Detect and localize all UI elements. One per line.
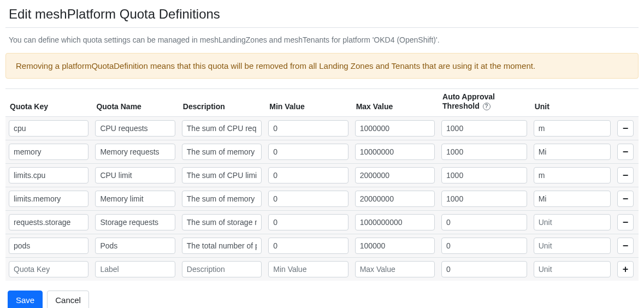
max-value-input[interactable] (355, 238, 435, 254)
intro-text: You can define which quota settings can … (5, 28, 639, 53)
table-row: − (5, 187, 639, 210)
max-value-input[interactable] (355, 214, 435, 230)
max-value-input[interactable] (355, 144, 435, 160)
min-value-input[interactable] (268, 214, 348, 230)
remove-row-button[interactable]: − (617, 144, 634, 160)
th-auto-approval: Auto Approval Threshold ? (438, 89, 530, 116)
remove-row-button[interactable]: − (617, 214, 634, 230)
min-value-input[interactable] (268, 191, 348, 207)
remove-row-button[interactable]: − (617, 167, 634, 183)
add-row-button[interactable]: + (617, 261, 634, 277)
minus-icon: − (623, 217, 629, 227)
minus-icon: − (623, 123, 629, 133)
help-icon[interactable]: ? (483, 103, 491, 110)
warning-alert: Removing a platformQuotaDefinition means… (5, 53, 639, 79)
min-value-input[interactable] (268, 144, 348, 160)
auto-approval-input[interactable] (441, 167, 527, 183)
table-row: − (5, 163, 639, 187)
th-unit: Unit (530, 89, 614, 116)
max-value-input[interactable] (355, 261, 435, 277)
th-quota-key: Quota Key (5, 89, 92, 116)
minus-icon: − (623, 194, 629, 204)
description-input[interactable] (182, 261, 262, 277)
th-min-value: Min Value (265, 89, 351, 116)
description-input[interactable] (182, 191, 262, 207)
remove-row-button[interactable]: − (617, 191, 634, 207)
quota-name-input[interactable] (95, 261, 175, 277)
th-action (614, 89, 639, 116)
description-input[interactable] (182, 238, 262, 254)
quota-key-input[interactable] (9, 167, 88, 183)
auto-approval-input[interactable] (441, 214, 527, 230)
min-value-input[interactable] (268, 167, 348, 183)
unit-input[interactable] (534, 120, 611, 137)
unit-input[interactable] (534, 214, 611, 230)
max-value-input[interactable] (355, 191, 435, 207)
quota-key-input[interactable] (9, 238, 88, 254)
quota-key-input[interactable] (9, 120, 88, 137)
th-max-value: Max Value (352, 89, 438, 116)
quota-name-input[interactable] (95, 214, 175, 230)
min-value-input[interactable] (268, 261, 348, 277)
table-row: − (5, 210, 639, 234)
table-row: − (5, 140, 639, 163)
auto-approval-input[interactable] (441, 191, 527, 207)
description-input[interactable] (182, 144, 262, 160)
table-row: − (5, 116, 639, 140)
quota-name-input[interactable] (95, 238, 175, 254)
min-value-input[interactable] (268, 120, 348, 137)
th-description: Description (179, 89, 265, 116)
description-input[interactable] (182, 214, 262, 230)
minus-icon: − (623, 241, 629, 251)
quota-key-input[interactable] (9, 214, 88, 230)
auto-approval-input[interactable] (441, 144, 527, 160)
auto-approval-input[interactable] (441, 261, 527, 277)
save-button[interactable]: Save (8, 291, 43, 308)
quota-key-input[interactable] (9, 144, 88, 160)
table-row-new: + (5, 257, 639, 281)
description-input[interactable] (182, 167, 262, 183)
max-value-input[interactable] (355, 120, 435, 137)
unit-input[interactable] (534, 167, 611, 183)
quota-name-input[interactable] (95, 167, 175, 183)
quota-key-input[interactable] (9, 261, 88, 277)
quota-table: Quota Key Quota Name Description Min Val… (5, 89, 639, 281)
quota-name-input[interactable] (95, 120, 175, 137)
description-input[interactable] (182, 120, 262, 137)
min-value-input[interactable] (268, 238, 348, 254)
remove-row-button[interactable]: − (617, 120, 634, 137)
quota-name-input[interactable] (95, 144, 175, 160)
unit-input[interactable] (534, 238, 611, 254)
cancel-button[interactable]: Cancel (47, 291, 89, 308)
auto-approval-input[interactable] (441, 120, 527, 137)
quota-name-input[interactable] (95, 191, 175, 207)
max-value-input[interactable] (355, 167, 435, 183)
th-quota-name: Quota Name (92, 89, 178, 116)
minus-icon: − (623, 147, 629, 157)
remove-row-button[interactable]: − (617, 238, 634, 254)
quota-key-input[interactable] (9, 191, 88, 207)
table-row: − (5, 234, 639, 257)
minus-icon: − (623, 170, 629, 180)
form-actions: Save Cancel (5, 284, 639, 308)
plus-icon: + (623, 264, 629, 274)
page-title: Edit meshPlatform Quota Definitions (5, 0, 639, 27)
unit-input[interactable] (534, 191, 611, 207)
unit-input[interactable] (534, 261, 611, 277)
auto-approval-input[interactable] (441, 238, 527, 254)
unit-input[interactable] (534, 144, 611, 160)
